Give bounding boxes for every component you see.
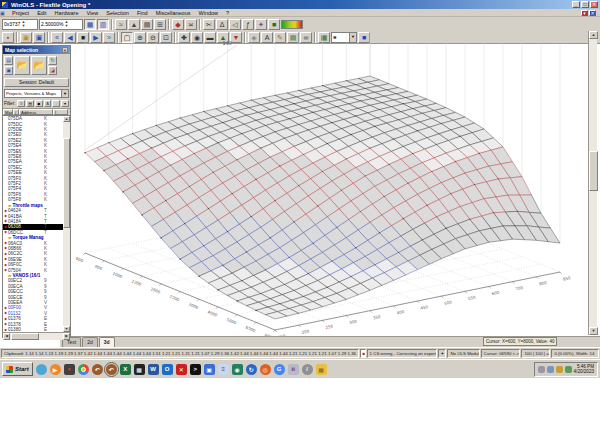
scroll-thumb[interactable]	[11, 333, 39, 340]
filter-maps-button[interactable]: ▤	[26, 100, 34, 107]
map-type: T	[44, 224, 54, 229]
map-type: 9	[44, 284, 54, 289]
svg-text:800: 800	[94, 264, 103, 272]
map-address: 04624	[8, 208, 44, 213]
map-type: K	[44, 181, 54, 186]
map-address: 075E0	[8, 132, 44, 137]
scroll-up-icon[interactable]: ▲	[63, 116, 70, 122]
map-window-bottom-bar: Text2d3d Cursor: X=600, Y=8000, Value: 4…	[60, 336, 600, 347]
map-type: K	[44, 132, 54, 137]
map-address: 075E4	[8, 143, 44, 148]
panel-title: Map selection	[5, 47, 38, 53]
svg-text:3000: 3000	[188, 302, 200, 311]
panel-close-icon[interactable]: ✕	[62, 47, 68, 53]
list-vertical-scrollbar[interactable]: ▲▼	[63, 116, 70, 332]
scroll-down-icon[interactable]: ▼	[589, 327, 598, 335]
map-address: 00ECE	[8, 295, 44, 300]
map-type: V	[44, 305, 54, 310]
map-type: T	[44, 219, 54, 224]
map-type: K	[44, 268, 54, 273]
map-address: 075F2	[8, 181, 44, 186]
map-address: 075E6	[8, 149, 44, 154]
map-address: 075EE	[8, 170, 44, 175]
map-address: 075DA	[8, 116, 44, 121]
map-type: T	[44, 230, 54, 235]
folder-label: Throttle maps	[12, 203, 42, 208]
map-address: 075F4	[8, 186, 44, 191]
map-list-header[interactable]: Marker/AddressI	[3, 108, 70, 115]
map-address: 07504	[8, 268, 44, 273]
filter-options-button[interactable]: ▾	[61, 100, 69, 107]
svg-text:2200: 2200	[169, 294, 181, 303]
map-address: 075F0	[8, 176, 44, 181]
filter-changed-button[interactable]: Δ	[44, 100, 52, 107]
svg-text:140: 140	[222, 40, 232, 46]
svg-text:1000: 1000	[112, 271, 124, 280]
scroll-thumb[interactable]	[589, 151, 598, 191]
export-list-button[interactable]: ◪	[48, 66, 57, 75]
map-address: 00EEA	[8, 300, 44, 305]
chevron-down-icon[interactable]: ▼	[61, 90, 68, 97]
save-map-button[interactable]: ▣	[4, 66, 13, 75]
folder-icon: ▰	[8, 235, 11, 240]
map-type: K	[44, 122, 54, 127]
map-address: 06E9E	[8, 257, 44, 262]
svg-text:600: 600	[75, 256, 84, 264]
tab-3d[interactable]: 3d	[99, 337, 115, 347]
map-address: 075E2	[8, 138, 44, 143]
panel-title-bar[interactable]: Map selection ✕	[3, 46, 70, 54]
filter-search-icon[interactable]: ◌	[52, 100, 60, 107]
filter-row: Filter: ≡ ▤ ◆ Δ ◌ ▾	[3, 98, 70, 108]
map-address: 06DCC	[8, 230, 44, 235]
folder-label: Torque Manag	[12, 235, 43, 240]
panel-horizontal-scrollbar[interactable]: ◀ ▶	[3, 332, 70, 340]
scroll-right-icon[interactable]: ▶	[63, 333, 70, 340]
map-type: 9	[44, 289, 54, 294]
map-vertical-scrollbar[interactable]: ▲ ▼	[588, 31, 597, 335]
scroll-thumb[interactable]	[63, 138, 70, 228]
map-type: K	[44, 241, 54, 246]
folder-label: VANOS (16/1	[12, 273, 40, 278]
svg-text:1600: 1600	[150, 286, 162, 295]
tab-2d[interactable]: 2d	[82, 337, 98, 347]
refresh-list-button[interactable]: ↻	[48, 56, 57, 65]
panel-toolbar: ▤ ▣ 📂 📂 ↻ ◪	[3, 54, 70, 78]
map-type: T	[44, 214, 54, 219]
map-type: K	[44, 262, 54, 267]
new-map-button[interactable]: ▤	[4, 56, 13, 65]
map-list: 075DAK075DCK075DEK075E0K075E2K075E4K075E…	[3, 115, 70, 332]
svg-text:300: 300	[349, 319, 358, 326]
map-type: K	[44, 143, 54, 148]
svg-text:350: 350	[372, 314, 381, 321]
map-address: 075EC	[8, 165, 44, 170]
open-project-button[interactable]: 📂	[14, 56, 30, 75]
map-type: K	[44, 197, 54, 202]
session-button[interactable]: Session: Default	[4, 78, 69, 87]
map-3d-plot[interactable]: 1406008001000120016002200300040005000650…	[0, 0, 600, 432]
scope-dropdown[interactable]: Projects, Versions & Maps ▼	[4, 89, 69, 98]
map-type: E	[44, 322, 54, 327]
map-type: K	[44, 165, 54, 170]
map-address: 06B66	[8, 246, 44, 251]
map-address: 06AC0	[8, 241, 44, 246]
map-type: K	[44, 159, 54, 164]
map-address: 01378	[8, 322, 44, 327]
import-maps-button[interactable]: 📂	[31, 56, 47, 75]
folder-icon: ▰	[8, 203, 11, 208]
scroll-up-icon[interactable]: ▲	[589, 31, 598, 39]
map-type: E	[44, 316, 54, 321]
svg-text:200: 200	[301, 328, 310, 335]
filter-marked-button[interactable]: ◆	[35, 100, 43, 107]
svg-text:4000: 4000	[207, 309, 219, 318]
map-address: 04184	[8, 219, 44, 224]
svg-text:6500: 6500	[245, 325, 257, 334]
filter-label: Filter:	[4, 101, 15, 106]
map-type: K	[44, 149, 54, 154]
map-type: K	[44, 192, 54, 197]
filter-all-button[interactable]: ≡	[17, 100, 25, 107]
map-address: 06308	[8, 224, 44, 229]
scroll-left-icon[interactable]: ◀	[3, 333, 10, 340]
map-type: T	[44, 208, 54, 213]
map-address: 01376	[8, 316, 44, 321]
map-type: K	[44, 154, 54, 159]
